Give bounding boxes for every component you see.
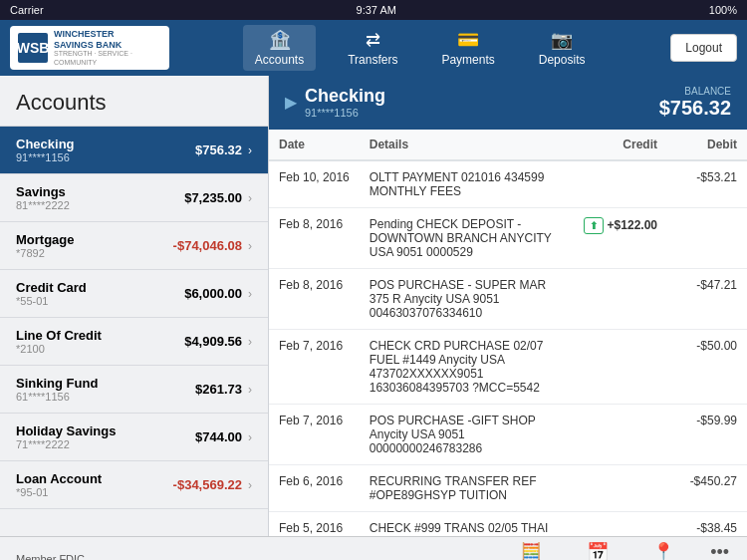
tx-date: Feb 5, 2016: [269, 512, 360, 537]
nav-tab-deposits[interactable]: 📷 Deposits: [527, 25, 598, 71]
col-details: Details: [360, 130, 564, 160]
bottom-nav-more[interactable]: ••• More: [708, 542, 731, 561]
balance-label: Balance: [659, 86, 731, 97]
tx-details: RECURRING TRANSFER REF #OPE89GHSYP TUITI…: [360, 465, 564, 512]
account-number: 91****1156: [16, 151, 195, 163]
nav-tab-accounts[interactable]: 🏦 Accounts: [243, 25, 316, 71]
account-item[interactable]: Loan Account *95-01 -$34,569.22 ›: [0, 461, 268, 509]
account-number: *2100: [16, 343, 184, 355]
logo-letters: WSB: [18, 33, 48, 63]
member-fdic: Member FDIC: [16, 553, 85, 561]
tx-date: Feb 8, 2016: [269, 269, 360, 330]
col-debit: Debit: [667, 130, 747, 160]
payments-icon: 💳: [457, 29, 479, 51]
tx-details: POS PURCHASE - SUPER MAR 375 R Anycity U…: [360, 269, 564, 330]
accounts-icon: 🏦: [269, 29, 291, 51]
account-number: 61****1156: [16, 391, 195, 403]
account-left: Loan Account *95-01: [16, 471, 173, 498]
account-left: Credit Card *55-01: [16, 280, 184, 307]
nav-tabs: 🏦 Accounts ⇄ Transfers 💳 Payments 📷 Depo…: [169, 25, 670, 71]
calculator-icon: 🧮: [520, 541, 542, 560]
account-number: *95-01: [16, 486, 173, 498]
tx-debit: -$38.45: [667, 512, 747, 537]
account-item[interactable]: Line Of Credit *2100 $4,909.56 ›: [0, 318, 268, 366]
carrier: Carrier: [10, 4, 44, 16]
deposits-icon: 📷: [551, 29, 573, 51]
chevron-icon: ›: [248, 287, 252, 301]
table-header-row: Date Details Credit Debit: [269, 130, 747, 160]
account-left: Holiday Savings 71****2222: [16, 423, 195, 450]
account-left: Savings 81****2222: [16, 184, 184, 211]
tx-details: CHECK #999 TRANS 02/05 THAI RESTAURANT O…: [360, 512, 564, 537]
battery: 100%: [709, 4, 737, 16]
account-number: 81****2222: [16, 199, 184, 211]
logout-button[interactable]: Logout: [670, 34, 737, 62]
account-right: -$74,046.08 ›: [173, 238, 252, 253]
account-left: Mortgage *7892: [16, 232, 173, 259]
account-balance: -$74,046.08: [173, 238, 242, 253]
account-number: *55-01: [16, 295, 184, 307]
account-number: *7892: [16, 247, 173, 259]
account-balance: $756.32: [195, 142, 242, 157]
account-left: Sinking Fund 61****1156: [16, 376, 195, 403]
locations-icon: 📍: [652, 541, 674, 560]
chevron-icon: ›: [248, 383, 252, 397]
account-name: Mortgage: [16, 232, 173, 247]
account-right: $744.00 ›: [195, 429, 252, 444]
table-row: Feb 8, 2016 Pending CHECK DEPOSIT - DOWN…: [269, 208, 747, 269]
account-name: Checking: [16, 137, 195, 151]
transfers-icon: ⇄: [366, 29, 380, 51]
col-credit: Credit: [564, 130, 667, 160]
credit-icon: ⬆: [584, 217, 604, 234]
account-item[interactable]: Mortgage *7892 -$74,046.08 ›: [0, 222, 268, 270]
tx-credit: [564, 512, 667, 537]
account-right: $7,235.00 ›: [184, 190, 252, 205]
account-item[interactable]: Credit Card *55-01 $6,000.00 ›: [0, 270, 268, 318]
nav-tab-transfers[interactable]: ⇄ Transfers: [336, 25, 409, 71]
account-name: Holiday Savings: [16, 423, 195, 438]
tx-credit: [564, 330, 667, 405]
sidebar-title: Accounts: [0, 76, 268, 127]
table-row: Feb 8, 2016 POS PURCHASE - SUPER MAR 375…: [269, 269, 747, 330]
bottom-nav-locations[interactable]: 📍 Locations: [641, 541, 684, 560]
account-name: Sinking Fund: [16, 376, 195, 391]
chevron-icon: ›: [248, 239, 252, 253]
transactions-body: Feb 10, 2016 OLTT PAYMENT 021016 434599 …: [269, 160, 747, 536]
chevron-icon: ›: [248, 430, 252, 444]
account-balance: $6,000.00: [184, 286, 242, 301]
chevron-icon: ›: [248, 335, 252, 349]
logo: WSB WINCHESTER SAVINGS BANK STRENGTH · S…: [10, 26, 169, 70]
account-item[interactable]: Checking 91****1156 $756.32 ›: [0, 127, 268, 174]
table-row: Feb 7, 2016 CHECK CRD PURCHASE 02/07 FUE…: [269, 330, 747, 405]
bottom-nav-calendar[interactable]: 📅 Calendar: [578, 541, 619, 560]
account-right: $756.32 ›: [195, 142, 252, 157]
bottom-nav-calculator[interactable]: 🧮 Calculator: [509, 541, 554, 560]
account-item[interactable]: Sinking Fund 61****1156 $261.73 ›: [0, 366, 268, 414]
tx-date: Feb 10, 2016: [269, 160, 360, 208]
account-item[interactable]: Savings 81****2222 $7,235.00 ›: [0, 174, 268, 222]
content-account-name: Checking: [305, 86, 385, 107]
tx-credit: [564, 160, 667, 208]
tx-debit: -$450.27: [667, 465, 747, 512]
status-bar: Carrier 9:37 AM 100%: [0, 0, 747, 20]
tx-credit: [564, 405, 667, 465]
transactions-area[interactable]: Date Details Credit Debit Feb 10, 2016 O…: [269, 130, 747, 536]
transactions-table: Date Details Credit Debit Feb 10, 2016 O…: [269, 130, 747, 536]
tx-date: Feb 7, 2016: [269, 405, 360, 465]
chevron-icon: ›: [248, 478, 252, 492]
tx-date: Feb 8, 2016: [269, 208, 360, 269]
calendar-icon: 📅: [587, 541, 609, 560]
content-header: ▶ Checking 91****1156 Balance $756.32: [269, 76, 747, 130]
accounts-list: Checking 91****1156 $756.32 › Savings 81…: [0, 127, 268, 536]
content-chevron-icon: ▶: [285, 93, 297, 112]
account-balance: $261.73: [195, 382, 242, 397]
tx-debit: -$47.21: [667, 269, 747, 330]
account-balance: $7,235.00: [184, 190, 242, 205]
account-item[interactable]: Holiday Savings 71****2222 $744.00 ›: [0, 414, 268, 461]
tx-debit: -$59.99: [667, 405, 747, 465]
table-row: Feb 6, 2016 RECURRING TRANSFER REF #OPE8…: [269, 465, 747, 512]
time: 9:37 AM: [357, 4, 396, 16]
chevron-icon: ›: [248, 191, 252, 205]
bottom-nav: 🧮 Calculator 📅 Calendar 📍 Locations ••• …: [509, 541, 731, 560]
nav-tab-payments[interactable]: 💳 Payments: [429, 25, 506, 71]
